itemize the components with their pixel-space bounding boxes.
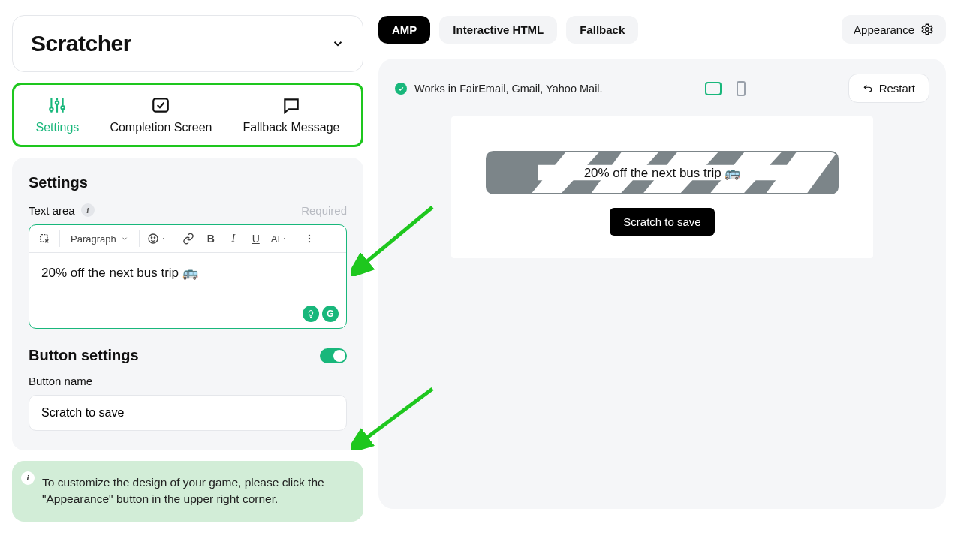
- desktop-view-button[interactable]: [705, 82, 722, 95]
- tab-settings-label: Settings: [36, 121, 80, 134]
- check-icon: [395, 83, 407, 95]
- component-title: Scratcher: [31, 31, 131, 56]
- mode-tabs: AMP Interactive HTML Fallback: [378, 16, 638, 44]
- tab-fallback[interactable]: Fallback Message: [243, 95, 340, 134]
- appearance-hint: i To customize the design of your game, …: [12, 461, 363, 522]
- svg-point-7: [62, 106, 65, 109]
- info-icon[interactable]: i: [81, 203, 95, 217]
- svg-point-14: [309, 235, 310, 236]
- italic-button[interactable]: I: [223, 228, 244, 249]
- scratch-text: 20% off the next bus trip 🚌: [580, 164, 746, 182]
- tab-completion-label: Completion Screen: [110, 121, 212, 134]
- emoji-button[interactable]: [144, 228, 168, 249]
- check-square-icon: [151, 95, 170, 115]
- text-area-input[interactable]: 20% off the next bus trip 🚌: [29, 253, 346, 328]
- chevron-down-icon: [121, 235, 128, 242]
- more-button[interactable]: [299, 228, 320, 249]
- tab-settings[interactable]: Settings: [36, 95, 80, 134]
- scratch-save-button[interactable]: Scratch to save: [610, 208, 714, 236]
- email-preview: 20% off the next bus trip 🚌 Scratch to s…: [451, 116, 873, 258]
- appearance-button[interactable]: Appearance: [842, 15, 946, 44]
- hint-bulb-icon[interactable]: [303, 306, 319, 322]
- format-clear-button[interactable]: [34, 228, 55, 249]
- svg-rect-9: [154, 98, 169, 111]
- editor-toolbar: Paragraph B I U AI: [29, 225, 346, 253]
- sliders-icon: [47, 95, 67, 115]
- underline-button[interactable]: U: [246, 228, 267, 249]
- grammarly-icon[interactable]: G: [322, 306, 339, 322]
- settings-title: Settings: [29, 174, 347, 191]
- scratch-area[interactable]: 20% off the next bus trip 🚌: [486, 151, 839, 194]
- svg-point-17: [926, 28, 929, 32]
- text-area-label: Text area i: [29, 203, 95, 217]
- preview-pane: Works in FairEmail, Gmail, Yahoo Mail. R…: [378, 59, 946, 509]
- svg-point-13: [154, 237, 155, 238]
- chevron-down-icon: [280, 236, 286, 242]
- info-icon: i: [21, 471, 35, 485]
- restart-button[interactable]: Restart: [848, 74, 929, 103]
- svg-point-4: [56, 101, 59, 104]
- svg-point-15: [309, 238, 310, 239]
- tab-completion[interactable]: Completion Screen: [110, 95, 212, 134]
- svg-point-11: [149, 234, 158, 243]
- tab-fallback[interactable]: Fallback: [566, 16, 638, 44]
- paragraph-select[interactable]: Paragraph: [65, 228, 134, 249]
- message-icon: [282, 95, 301, 115]
- svg-point-12: [151, 237, 152, 238]
- tab-amp[interactable]: AMP: [378, 16, 430, 44]
- svg-point-16: [309, 241, 310, 242]
- svg-point-1: [50, 107, 53, 110]
- component-header[interactable]: Scratcher: [12, 15, 363, 72]
- settings-panel: Settings Text area i Required Paragraph: [12, 158, 363, 450]
- chevron-down-icon: [331, 37, 345, 50]
- undo-icon: [863, 83, 873, 94]
- gear-icon: [920, 23, 934, 36]
- hint-text: To customize the design of your game, pl…: [42, 476, 324, 505]
- button-name-input[interactable]: [29, 395, 347, 431]
- compatibility-note: Works in FairEmail, Gmail, Yahoo Mail.: [395, 83, 603, 95]
- tab-interactive-html[interactable]: Interactive HTML: [439, 16, 557, 44]
- mobile-view-button[interactable]: [737, 81, 746, 96]
- button-settings-title: Button settings: [29, 347, 139, 364]
- ai-button[interactable]: AI: [268, 228, 289, 249]
- tab-fallback-label: Fallback Message: [243, 121, 340, 134]
- editor-tabs: Settings Completion Screen Fallback Mess…: [12, 83, 363, 147]
- rich-text-editor: Paragraph B I U AI: [29, 224, 347, 329]
- button-settings-toggle[interactable]: [320, 348, 347, 363]
- chevron-down-icon: [159, 236, 165, 242]
- required-label: Required: [301, 204, 347, 217]
- bold-button[interactable]: B: [200, 228, 221, 249]
- button-name-label: Button name: [29, 375, 347, 387]
- link-button[interactable]: [178, 228, 199, 249]
